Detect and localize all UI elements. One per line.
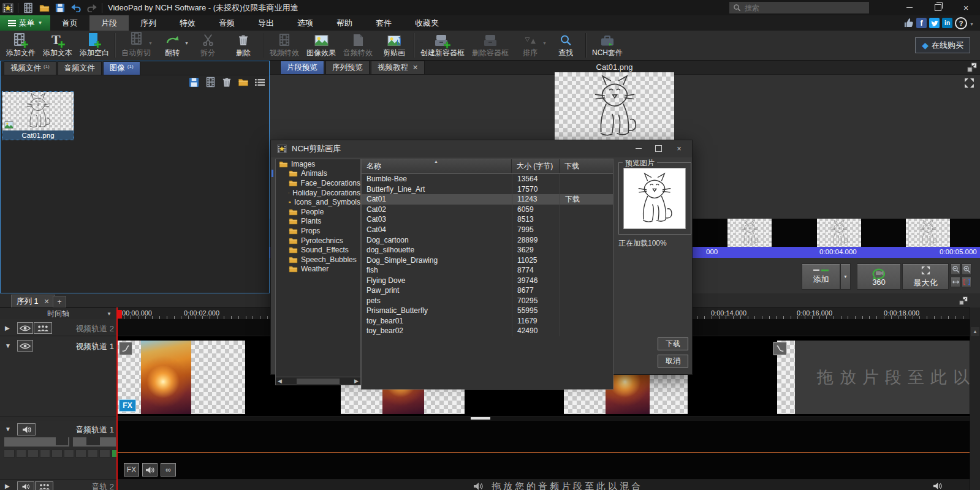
zoom-in-button[interactable] [962, 263, 971, 275]
list-view-icon[interactable] [253, 76, 267, 88]
dialog-titlebar[interactable]: NCH剪贴画库 [271, 140, 692, 157]
menu-item-favorites[interactable]: 收藏夹 [403, 15, 450, 31]
dialog-minimize-button[interactable] [629, 143, 648, 154]
twitter-icon[interactable] [929, 18, 940, 28]
audio-track-2-lane[interactable]: 拖放您的音频片段至此以混合 [116, 480, 970, 490]
dialog-close-button[interactable]: × [670, 143, 688, 154]
table-row[interactable]: Cat038513 [362, 214, 613, 225]
tab-sequence-preview[interactable]: 序列预览 [325, 61, 370, 74]
chevron-down-icon[interactable] [970, 19, 974, 28]
expand-icon[interactable]: ▶ [5, 483, 10, 489]
blend-tracks-icon[interactable] [35, 481, 53, 490]
tree-item-sound-effects[interactable]: Sound_Effects [276, 245, 360, 255]
timeline-vscrollbar[interactable]: ▲ [970, 307, 980, 490]
dialog-maximize-button[interactable] [649, 143, 667, 154]
add-to-sequence-button[interactable]: 添加 [802, 263, 840, 290]
column-header-size[interactable]: 大小 (字节) [512, 159, 560, 173]
column-header-download[interactable]: 下载 [560, 159, 612, 173]
scroll-left-icon[interactable]: ◀ [278, 378, 282, 384]
playhead-line[interactable] [116, 307, 118, 490]
trash-icon[interactable] [220, 76, 234, 88]
video-drop-zone[interactable]: 拖放片段至此以将 [795, 341, 970, 414]
eye-icon[interactable] [17, 322, 33, 334]
facebook-icon[interactable] [916, 18, 927, 28]
split-button[interactable]: 拆分 [190, 31, 226, 60]
buy-online-button[interactable]: 在线购买 [915, 37, 970, 53]
table-row[interactable]: Cat026059 [362, 205, 613, 215]
tree-item-icons-and-symbols[interactable]: Icons_and_Symbols [276, 197, 360, 207]
tree-item-props[interactable]: Props [276, 226, 360, 236]
table-row[interactable]: toy_bear0111679 [362, 316, 613, 326]
menu-button[interactable]: 菜单 ▼ [0, 15, 50, 31]
bin-item-cat01[interactable]: Cat01.png [2, 91, 74, 140]
flip-button[interactable]: 翻转 [154, 31, 190, 60]
menu-item-effects[interactable]: 特效 [168, 15, 207, 31]
table-row[interactable]: Butterfly_Line_Art17570 [362, 184, 613, 195]
add-blank-button[interactable]: 添加空白 [76, 31, 113, 60]
fit-width-button[interactable] [951, 277, 960, 287]
tab-audio-files[interactable]: 音频文件 [58, 61, 102, 75]
timeline-hscrollbar[interactable] [116, 417, 970, 421]
collapse-icon[interactable]: ▼ [5, 342, 11, 349]
audio-track-1-lane[interactable]: FX ∞ [116, 421, 970, 480]
minimize-button[interactable] [895, 0, 924, 15]
image-effects-button[interactable]: 图像效果 [303, 31, 340, 60]
speaker-icon[interactable] [17, 423, 36, 435]
table-row[interactable]: fish8774 [362, 265, 613, 276]
table-row[interactable]: Prismatic_Butterfly55995 [362, 306, 613, 316]
tree-item-speech-bubbles[interactable]: Speech_Bubbles [276, 255, 360, 265]
menu-item-sequence[interactable]: 序列 [129, 15, 168, 31]
delete-button[interactable]: 删除 [226, 31, 261, 60]
scrollbar-thumb[interactable] [471, 417, 490, 420]
expand-icon[interactable]: ▶ [5, 325, 10, 331]
tab-images[interactable]: 图像(1) [103, 61, 140, 75]
scrollbar-thumb[interactable] [297, 379, 340, 384]
nch-suite-button[interactable]: NCH套件 [588, 31, 626, 60]
menu-item-clip[interactable]: 片段 [89, 15, 129, 31]
menu-item-audio[interactable]: 音频 [207, 15, 246, 31]
zoom-out-button[interactable] [951, 263, 960, 275]
tree-item-face-decorations[interactable]: Face_Decorations [276, 178, 360, 188]
tree-item-images[interactable]: Images [276, 159, 360, 169]
slider-knob[interactable] [86, 437, 100, 445]
scroll-up-icon[interactable]: ▲ [971, 327, 979, 336]
table-row[interactable]: Paw_print8677 [362, 285, 613, 296]
menu-item-export[interactable]: 导出 [246, 15, 286, 31]
fullscreen-icon[interactable] [963, 77, 975, 89]
tab-video-files[interactable]: 视频文件(1) [4, 61, 56, 75]
add-folder-icon[interactable] [237, 76, 250, 88]
auto-cut-button[interactable]: 自动剪切 [118, 31, 154, 60]
open-project-icon[interactable] [38, 2, 50, 14]
create-container-button[interactable]: 创建新容器框 [417, 31, 468, 60]
export-clip-icon[interactable] [203, 76, 217, 88]
loop-region-button[interactable] [962, 277, 971, 287]
undo-icon[interactable] [70, 2, 82, 14]
tree-item-pyrotechnics[interactable]: Pyrotechnics [276, 236, 360, 246]
fade-in-icon[interactable] [119, 342, 132, 355]
menu-item-options[interactable]: 选项 [286, 15, 325, 31]
restore-button[interactable] [924, 0, 952, 15]
close-icon[interactable]: ✕ [412, 64, 418, 72]
table-row[interactable]: dog_silhouette3629 [362, 245, 613, 255]
save-project-icon[interactable] [54, 2, 66, 14]
collapse-icon[interactable]: ▼ [5, 426, 11, 432]
table-row[interactable]: pets70295 [362, 296, 613, 306]
add-dropdown-button[interactable]: ▼ [840, 263, 851, 290]
save-snapshot-icon[interactable] [187, 76, 200, 88]
tab-sequence-1[interactable]: 序列 1✕ [11, 295, 55, 307]
delete-container-button[interactable]: 删除容器框 [468, 31, 512, 60]
tree-item-people[interactable]: People [276, 207, 360, 217]
maximize-preview-button[interactable]: 最大化 [902, 263, 949, 290]
add-file-button[interactable]: 添加文件 [2, 31, 39, 60]
sort-button[interactable]: 排序 [512, 31, 548, 60]
menu-item-suite[interactable]: 套件 [364, 15, 403, 31]
table-row[interactable]: Dog_cartoon28899 [362, 235, 613, 245]
new-project-icon[interactable] [22, 2, 34, 14]
video-effects-button[interactable]: 视频特效 [266, 31, 303, 60]
audio-fx-button[interactable]: FX [124, 463, 139, 477]
slider-knob[interactable] [56, 437, 68, 445]
tree-item-animals[interactable]: Animals [276, 169, 360, 179]
cancel-button[interactable]: 取消 [658, 355, 688, 368]
preview-viewport[interactable] [555, 72, 674, 141]
undock-icon[interactable] [967, 62, 977, 72]
